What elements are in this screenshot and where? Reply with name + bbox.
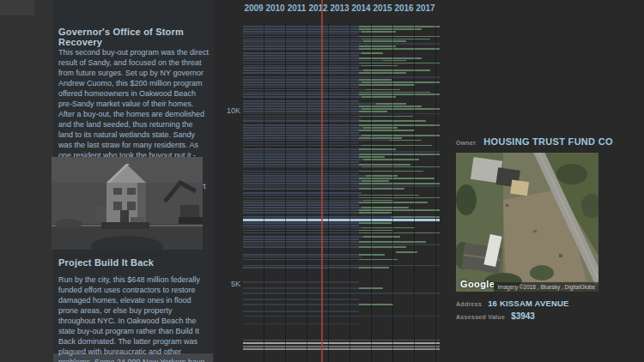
property-timeline-row[interactable]	[243, 195, 440, 196]
property-timeline-row[interactable]	[243, 227, 440, 229]
property-timeline-row[interactable]	[243, 116, 440, 118]
property-timeline-row[interactable]	[243, 178, 440, 179]
property-timeline-row[interactable]	[243, 87, 440, 88]
property-timeline-row[interactable]	[243, 236, 440, 238]
property-timeline-row[interactable]	[243, 26, 440, 27]
property-timeline-row[interactable]	[243, 148, 440, 150]
property-timeline-row[interactable]	[243, 342, 440, 344]
property-timeline-row[interactable]	[243, 33, 440, 35]
property-timeline-row[interactable]	[243, 200, 440, 202]
satellite-map-image[interactable]: Google Imagery ©2018 , Bluesky , Digital…	[456, 153, 598, 292]
property-timeline-row[interactable]	[243, 28, 440, 30]
property-timeline-row[interactable]	[243, 142, 440, 144]
property-timeline-row[interactable]	[243, 132, 440, 134]
property-timeline-row[interactable]	[243, 244, 440, 245]
property-timeline-row[interactable]	[243, 238, 440, 240]
property-timeline-row[interactable]	[243, 55, 440, 57]
property-timeline-row[interactable]	[243, 171, 440, 172]
property-timeline-row[interactable]	[243, 216, 440, 218]
property-timeline-row[interactable]	[243, 202, 440, 203]
property-timeline-row[interactable]	[243, 120, 440, 122]
property-timeline-row[interactable]	[243, 145, 440, 147]
property-timeline-row[interactable]	[243, 69, 440, 71]
property-timeline-row[interactable]	[243, 346, 440, 347]
property-timeline-row[interactable]	[243, 173, 440, 175]
property-timeline-row[interactable]	[243, 180, 440, 182]
property-timeline-row[interactable]	[243, 183, 440, 184]
property-timeline-row[interactable]	[243, 256, 440, 258]
property-timeline-row[interactable]	[243, 108, 440, 110]
property-timeline-row[interactable]	[243, 209, 440, 211]
property-timeline-row[interactable]	[243, 96, 440, 98]
property-timeline-row[interactable]	[243, 241, 440, 243]
property-timeline-row[interactable]	[243, 113, 440, 115]
property-timeline-row[interactable]	[243, 124, 440, 126]
property-timeline-row[interactable]	[243, 36, 440, 38]
property-timeline-row[interactable]	[243, 100, 440, 102]
property-timeline-row[interactable]	[243, 31, 440, 33]
property-timeline-row[interactable]	[243, 76, 440, 78]
property-timeline-row[interactable]	[243, 57, 440, 59]
property-timeline-row[interactable]	[243, 197, 440, 199]
property-timeline-row[interactable]	[243, 89, 440, 91]
property-timeline-row[interactable]	[243, 192, 440, 194]
property-timeline-row[interactable]	[243, 65, 440, 67]
property-timeline-row[interactable]	[243, 159, 440, 160]
property-timeline-row[interactable]	[243, 340, 440, 341]
property-timeline-row[interactable]	[243, 311, 440, 312]
property-timeline-row[interactable]	[243, 84, 440, 86]
property-timeline-row[interactable]	[243, 281, 440, 283]
property-timeline-row[interactable]	[243, 79, 440, 81]
property-timeline-row[interactable]	[243, 348, 440, 350]
property-timeline-row[interactable]	[243, 299, 440, 300]
property-timeline-row[interactable]	[243, 267, 440, 268]
property-timeline-row[interactable]	[243, 127, 440, 129]
property-timeline-row[interactable]	[243, 130, 440, 131]
property-timeline-row[interactable]	[243, 111, 440, 112]
property-timeline-row[interactable]	[243, 154, 440, 155]
property-timeline-row[interactable]	[243, 323, 440, 325]
property-timeline-row[interactable]	[243, 67, 440, 69]
property-timeline-row[interactable]	[243, 140, 440, 142]
property-timeline-row[interactable]	[243, 287, 440, 289]
property-timeline-row[interactable]	[243, 60, 440, 62]
property-timeline-row[interactable]	[243, 251, 440, 253]
property-timeline-row[interactable]	[243, 246, 440, 248]
property-timeline-row[interactable]	[243, 137, 440, 139]
property-timeline-row[interactable]	[243, 39, 440, 40]
property-timeline-row[interactable]	[243, 232, 440, 234]
selected-property-row[interactable]	[243, 219, 440, 221]
property-timeline-row[interactable]	[243, 103, 440, 105]
property-timeline-row[interactable]	[243, 254, 440, 256]
property-timeline-row[interactable]	[243, 265, 440, 267]
property-timeline-row[interactable]	[243, 204, 440, 206]
property-timeline-row[interactable]	[243, 316, 440, 317]
property-timeline-row[interactable]	[243, 259, 440, 261]
property-timeline-row[interactable]	[243, 45, 440, 47]
property-timeline-row[interactable]	[243, 230, 440, 232]
property-timeline-row[interactable]	[243, 212, 440, 214]
property-timeline-row[interactable]	[243, 161, 440, 163]
property-timeline-row[interactable]	[243, 222, 440, 224]
property-timeline-row[interactable]	[243, 185, 440, 187]
property-timeline-row[interactable]	[243, 118, 440, 120]
property-timeline-row[interactable]	[243, 94, 440, 95]
property-timeline-row[interactable]	[243, 293, 440, 294]
property-timeline-row[interactable]	[243, 72, 440, 74]
property-timeline-row[interactable]	[243, 156, 440, 158]
property-timeline-row[interactable]	[243, 106, 440, 107]
property-timeline-row[interactable]	[243, 52, 440, 54]
property-timeline-row[interactable]	[243, 188, 440, 190]
property-timeline-row[interactable]	[243, 225, 440, 226]
property-timeline-row[interactable]	[243, 48, 440, 50]
property-timeline-row[interactable]	[243, 81, 440, 83]
property-timeline-row[interactable]	[243, 40, 440, 42]
property-timeline-row[interactable]	[243, 175, 440, 177]
property-timeline-row[interactable]	[243, 135, 440, 136]
property-timeline-row[interactable]	[243, 43, 440, 45]
property-timeline-row[interactable]	[243, 63, 440, 64]
property-timeline-row[interactable]	[243, 166, 440, 168]
property-timeline-row[interactable]	[243, 164, 440, 166]
property-timeline-row[interactable]	[243, 151, 440, 153]
property-timeline-row[interactable]	[243, 207, 440, 208]
